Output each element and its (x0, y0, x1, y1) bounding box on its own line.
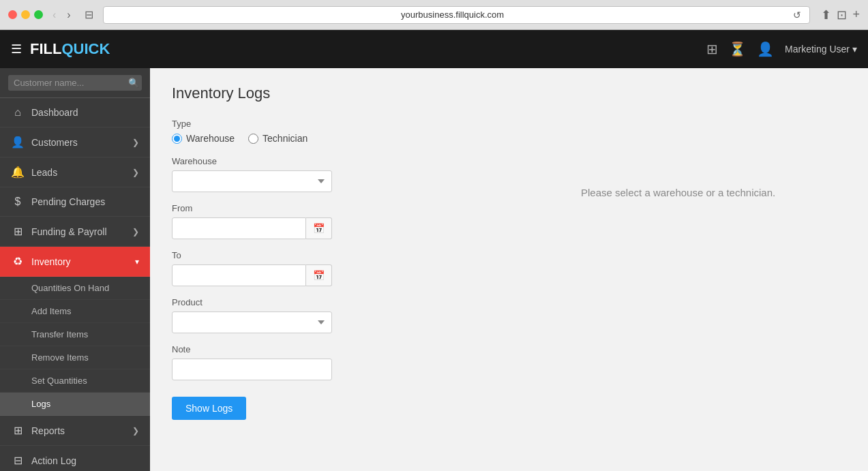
sidebar-item-label: Funding & Payroll (31, 226, 125, 237)
brand-logo: FILLQUICK (30, 40, 110, 58)
from-label: From (172, 203, 332, 213)
product-label: Product (172, 297, 332, 307)
sub-item-label: Quantities On Hand (31, 283, 109, 293)
content-area: Type Warehouse Technician (172, 119, 846, 420)
sub-item-label: Add Items (31, 306, 72, 316)
user-menu-label: Marketing User (785, 44, 850, 55)
address-bar[interactable]: yourbusiness.fillquick.com ↺ (103, 6, 811, 24)
type-options: Warehouse Technician (172, 133, 332, 144)
sidebar-item-label: Leads (31, 167, 125, 178)
brand-fill-text: FILL (30, 40, 61, 57)
sidebar-sub-item-add-items[interactable]: Add Items (0, 300, 150, 323)
traffic-lights (8, 10, 43, 19)
reports-icon: ⊞ (11, 424, 25, 437)
sidebar-sub-item-transfer-items[interactable]: Transfer Items (0, 323, 150, 346)
note-label: Note (172, 344, 332, 354)
sub-item-label: Remove Items (31, 352, 89, 363)
sidebar-item-label: Customers (31, 137, 125, 148)
top-nav: ☰ FILLQUICK ⊞ ⏳ 👤 Marketing User ▾ (0, 30, 868, 68)
sidebar: 🔍 ⌂ Dashboard 👤 Customers ❯ 🔔 Leads ❯ $ … (0, 68, 150, 471)
from-calendar-button[interactable]: 📅 (306, 217, 332, 239)
user-menu-arrow: ▾ (852, 44, 857, 55)
forward-button[interactable]: › (63, 7, 74, 22)
radio-option-technician[interactable]: Technician (248, 133, 308, 144)
warehouse-radio-label: Warehouse (186, 133, 235, 144)
sidebar-toggle-button[interactable]: ⊟ (80, 7, 98, 22)
search-input-wrapper: 🔍 (8, 75, 142, 91)
resize-button[interactable]: ⊡ (837, 7, 847, 22)
user-menu[interactable]: Marketing User ▾ (785, 44, 857, 55)
warehouse-radio[interactable] (172, 134, 182, 144)
from-date-wrapper: 📅 (172, 217, 332, 239)
to-calendar-button[interactable]: 📅 (306, 264, 332, 286)
note-input[interactable] (172, 359, 332, 380)
sidebar-sub-item-logs[interactable]: Logs (0, 393, 150, 416)
body-layout: 🔍 ⌂ Dashboard 👤 Customers ❯ 🔔 Leads ❯ $ … (0, 68, 868, 471)
dashboard-icon: ⌂ (11, 106, 25, 119)
sidebar-item-customers[interactable]: 👤 Customers ❯ (0, 127, 150, 157)
back-button[interactable]: ‹ (48, 7, 60, 22)
search-icon: 🔍 (128, 78, 139, 88)
new-tab-button[interactable]: + (852, 7, 860, 22)
leads-icon: 🔔 (11, 166, 25, 179)
inventory-icon: ♻ (11, 255, 25, 268)
top-nav-left: ☰ FILLQUICK (11, 40, 110, 58)
customers-icon: 👤 (11, 136, 25, 149)
from-date-input[interactable] (172, 217, 306, 239)
sidebar-item-label: Action Log (31, 455, 139, 466)
sidebar-item-leads[interactable]: 🔔 Leads ❯ (0, 157, 150, 187)
to-date-wrapper: 📅 (172, 264, 332, 286)
sidebar-item-funding-payroll[interactable]: ⊞ Funding & Payroll ❯ (0, 217, 150, 247)
hourglass-icon[interactable]: ⏳ (729, 41, 746, 57)
chevron-right-icon: ❯ (132, 138, 139, 147)
technician-radio-label: Technician (263, 133, 308, 144)
type-row: Type Warehouse Technician (172, 119, 332, 144)
browser-chrome: ‹ › ⊟ yourbusiness.fillquick.com ↺ ⬆ ⊡ + (0, 0, 868, 30)
sidebar-item-label: Pending Charges (31, 196, 139, 207)
form-section: Type Warehouse Technician (172, 119, 332, 420)
sidebar-item-label: Reports (31, 425, 125, 436)
grid-icon[interactable]: ⊞ (706, 41, 718, 57)
nav-buttons: ‹ › (48, 7, 75, 22)
sidebar-item-inventory[interactable]: ♻ Inventory ▾ (0, 247, 150, 277)
sidebar-item-pending-charges[interactable]: $ Pending Charges (0, 187, 150, 217)
sidebar-item-label: Dashboard (31, 107, 139, 118)
minimize-button[interactable] (21, 10, 30, 19)
search-box: 🔍 (0, 68, 150, 98)
share-button[interactable]: ⬆ (821, 7, 831, 22)
warehouse-row: Warehouse (172, 156, 332, 192)
to-date-input[interactable] (172, 264, 306, 286)
chevron-right-icon: ❯ (132, 227, 139, 237)
user-icon[interactable]: 👤 (757, 41, 774, 57)
sidebar-item-dashboard[interactable]: ⌂ Dashboard (0, 98, 150, 127)
fullscreen-button[interactable] (34, 10, 43, 19)
hamburger-icon[interactable]: ☰ (11, 42, 22, 57)
funding-payroll-icon: ⊞ (11, 225, 25, 238)
top-nav-right: ⊞ ⏳ 👤 Marketing User ▾ (706, 41, 857, 57)
action-log-icon: ⊟ (11, 454, 25, 467)
close-button[interactable] (8, 10, 17, 19)
radio-option-warehouse[interactable]: Warehouse (172, 133, 235, 144)
product-select[interactable] (172, 312, 332, 333)
pending-charges-icon: $ (11, 196, 25, 208)
sidebar-sub-item-quantities-on-hand[interactable]: Quantities On Hand (0, 277, 150, 300)
brand-quick-text: QUICK (61, 40, 110, 57)
sidebar-item-label: Inventory (31, 256, 128, 267)
page-title: Inventory Logs (172, 85, 846, 102)
chevron-right-icon: ❯ (132, 426, 139, 436)
sidebar-item-action-log[interactable]: ⊟ Action Log (0, 446, 150, 471)
chevron-down-icon: ▾ (135, 257, 139, 267)
show-logs-button[interactable]: Show Logs (172, 397, 246, 420)
sub-item-label: Logs (31, 399, 50, 409)
to-row: To 📅 (172, 250, 332, 286)
customer-search-input[interactable] (14, 78, 128, 88)
url-text: yourbusiness.fillquick.com (112, 10, 794, 20)
sub-item-label: Transfer Items (31, 329, 88, 339)
warehouse-select[interactable] (172, 170, 332, 192)
reload-icon[interactable]: ↺ (793, 10, 801, 20)
sidebar-item-reports[interactable]: ⊞ Reports ❯ (0, 416, 150, 446)
sidebar-sub-item-set-quantities[interactable]: Set Quantities (0, 369, 150, 393)
technician-radio[interactable] (248, 134, 258, 144)
sidebar-sub-item-remove-items[interactable]: Remove Items (0, 346, 150, 369)
product-row: Product (172, 297, 332, 333)
